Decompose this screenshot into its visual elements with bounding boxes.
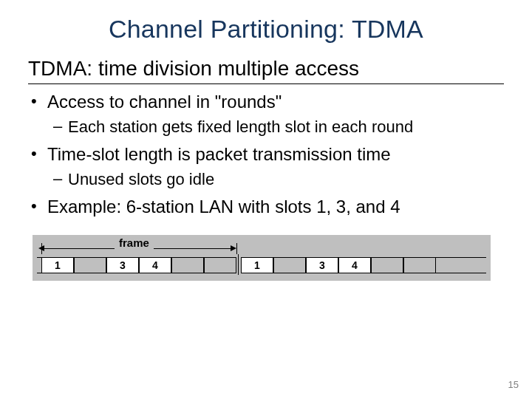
slot-idle [403,257,436,273]
slot-number: 1 [254,259,260,271]
slot-trail [436,257,486,273]
slot-number: 3 [120,259,126,271]
slot-idle [371,257,403,273]
slot-number: 3 [319,259,325,271]
slot-idle [204,257,236,273]
sub-bullet-item: Unused slots go idle [47,169,501,191]
bullet-item: Example: 6-station LAN with slots 1, 3, … [28,195,501,219]
slot-idle [171,257,204,273]
slot-used: 3 [306,257,338,273]
page-number: 15 [508,379,519,390]
frame-boundary-tick [236,256,241,275]
slot-idle [74,257,106,273]
slot-used: 4 [338,257,371,273]
bullet-item: Access to channel in "rounds" Each stati… [28,90,501,138]
tdma-diagram: frame 1 3 4 1 3 4 [33,235,491,281]
bullet-list: Access to channel in "rounds" Each stati… [28,90,501,219]
slot-row: 1 3 4 1 3 4 [37,256,486,275]
slot-lead [37,257,41,273]
slot-number: 1 [55,259,61,271]
sub-bullet-item: Each station gets fixed length slot in e… [47,117,501,138]
frame-extent-right-tick [236,243,237,254]
slot-idle [273,257,306,273]
sub-bullet-text: Each station gets fixed length slot in e… [68,117,413,136]
slide: Channel Partitioning: TDMA TDMA: time di… [0,0,532,399]
slot-used: 1 [241,257,273,273]
bullet-text: Example: 6-station LAN with slots 1, 3, … [47,197,400,216]
slide-title: Channel Partitioning: TDMA [0,0,532,44]
arrow-right-icon [231,245,236,251]
slot-used: 1 [41,257,74,273]
slot-used: 3 [106,257,139,273]
frame-extent-indicator: frame [37,238,486,254]
slot-number: 4 [152,259,158,271]
sub-bullet-text: Unused slots go idle [68,170,214,188]
bullet-text: Access to channel in "rounds" [47,92,282,112]
section-subtitle: TDMA: time division multiple access [28,57,532,81]
frame-label: frame [115,236,154,249]
slot-used: 4 [139,257,171,273]
bullet-item: Time-slot length is packet transmission … [28,143,501,191]
slot-number: 4 [352,259,358,271]
subtitle-underline [28,83,504,84]
bullet-text: Time-slot length is packet transmission … [47,144,391,164]
